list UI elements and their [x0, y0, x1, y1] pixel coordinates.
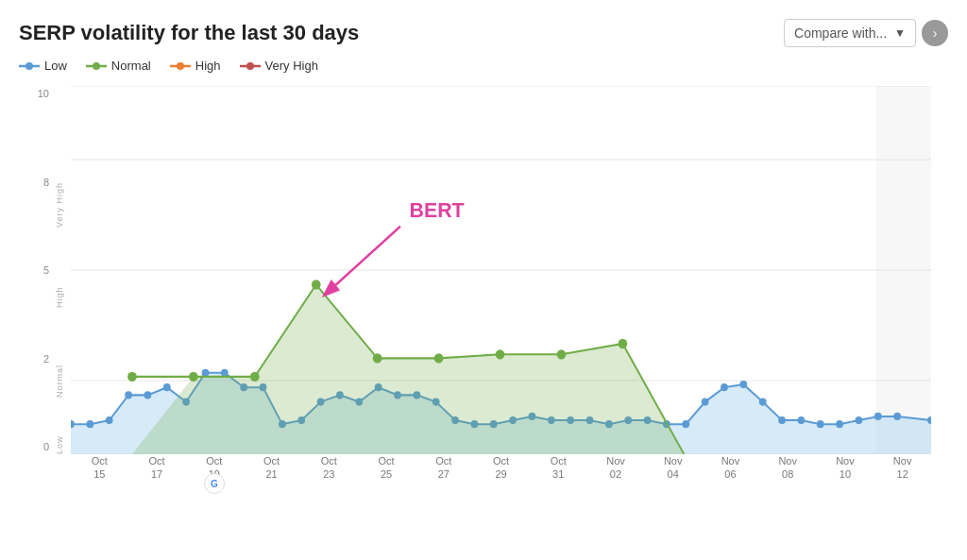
svg-point-54	[817, 420, 824, 428]
y-axis: 10 8 5 2 0	[19, 86, 55, 454]
svg-point-68	[557, 349, 567, 359]
legend-label-normal: Normal	[111, 59, 151, 73]
svg-point-47	[682, 420, 689, 428]
svg-point-18	[125, 391, 132, 399]
x-label-oct15: Oct15	[71, 454, 128, 492]
page-title: SERP volatility for the last 30 days	[19, 21, 359, 45]
y-band-labels: Low Normal High Very High	[53, 86, 70, 454]
google-icon: G	[204, 473, 225, 494]
svg-text:BERT: BERT	[410, 197, 466, 222]
legend-label-very-high: Very High	[265, 59, 318, 73]
y-label-0: 0	[19, 441, 55, 452]
high-legend-icon	[170, 61, 191, 71]
x-axis-labels: Oct15 Oct17 Oct19 G Oct21 Oct23 Oct25 Oc…	[71, 454, 931, 492]
svg-point-3	[93, 62, 100, 70]
y-label-5: 5	[19, 264, 55, 276]
x-label-nov10: Nov10	[817, 454, 874, 492]
svg-point-51	[759, 398, 767, 405]
y-band-very-high: Very High	[55, 161, 64, 228]
compare-button[interactable]: Compare with... ▼	[784, 19, 916, 47]
svg-point-61	[127, 372, 137, 382]
svg-point-19	[144, 391, 152, 399]
x-label-oct27: Oct27	[415, 454, 472, 492]
svg-point-53	[798, 416, 806, 424]
svg-line-70	[325, 227, 399, 295]
x-label-oct23: Oct23	[300, 454, 358, 492]
svg-point-56	[856, 416, 863, 424]
svg-point-63	[250, 372, 260, 382]
svg-point-1	[25, 62, 33, 70]
legend-label-high: High	[195, 59, 221, 73]
legend-item-normal: Normal	[86, 59, 151, 73]
x-label-nov06: Nov06	[702, 454, 759, 492]
chevron-down-icon: ▼	[894, 26, 906, 40]
legend-label-low: Low	[44, 59, 67, 73]
svg-point-49	[721, 383, 728, 391]
svg-point-50	[739, 381, 747, 388]
svg-point-57	[874, 413, 882, 420]
legend-item-low: Low	[19, 59, 67, 73]
chart-area: 10 8 5 2 0 Low Normal High Very High	[19, 86, 948, 492]
y-label-10: 10	[19, 88, 55, 99]
svg-point-66	[434, 353, 444, 363]
x-label-oct21: Oct21	[243, 454, 300, 492]
back-icon: ›	[933, 25, 938, 41]
svg-point-69	[619, 339, 628, 348]
x-label-oct31: Oct31	[530, 454, 587, 492]
svg-point-52	[778, 416, 786, 424]
svg-point-67	[496, 349, 505, 359]
legend-item-high: High	[170, 59, 221, 73]
x-label-oct19: Oct19 G	[185, 454, 243, 492]
chart-canvas: BERT	[71, 86, 931, 454]
svg-point-58	[893, 413, 901, 420]
svg-point-62	[189, 372, 198, 382]
x-label-nov04: Nov04	[644, 454, 702, 492]
svg-point-48	[702, 398, 709, 405]
header-right: Compare with... ▼ ›	[784, 19, 948, 47]
x-label-nov02: Nov02	[587, 454, 645, 492]
page-container: SERP volatility for the last 30 days Com…	[0, 0, 967, 560]
x-label-nov08: Nov08	[759, 454, 817, 492]
header: SERP volatility for the last 30 days Com…	[19, 19, 948, 47]
x-label-oct29: Oct29	[472, 454, 530, 492]
svg-point-20	[163, 383, 171, 391]
svg-marker-60	[132, 284, 684, 454]
svg-point-65	[373, 353, 382, 363]
x-label-nov12: Nov12	[874, 454, 931, 492]
svg-point-22	[202, 369, 210, 377]
svg-point-7	[246, 62, 254, 70]
svg-point-55	[836, 420, 843, 428]
y-band-normal: Normal	[55, 331, 64, 398]
y-label-2: 2	[19, 353, 55, 365]
normal-legend-icon	[86, 61, 107, 71]
very-high-legend-icon	[240, 61, 261, 71]
chart-svg: BERT	[71, 86, 931, 454]
y-band-low: Low	[55, 402, 64, 454]
svg-point-5	[177, 62, 184, 70]
svg-point-23	[221, 369, 229, 377]
svg-point-17	[106, 416, 113, 424]
y-label-8: 8	[19, 177, 55, 188]
x-label-oct17: Oct17	[128, 454, 186, 492]
low-legend-icon	[19, 61, 40, 71]
x-label-oct25: Oct25	[358, 454, 416, 492]
legend: Low Normal High Very High	[19, 59, 948, 73]
svg-point-64	[312, 280, 321, 289]
legend-item-very-high: Very High	[240, 59, 318, 73]
y-band-high: High	[55, 242, 64, 308]
back-button[interactable]: ›	[922, 20, 948, 46]
svg-rect-13	[876, 86, 931, 454]
svg-point-16	[86, 420, 93, 428]
compare-label: Compare with...	[794, 25, 887, 41]
